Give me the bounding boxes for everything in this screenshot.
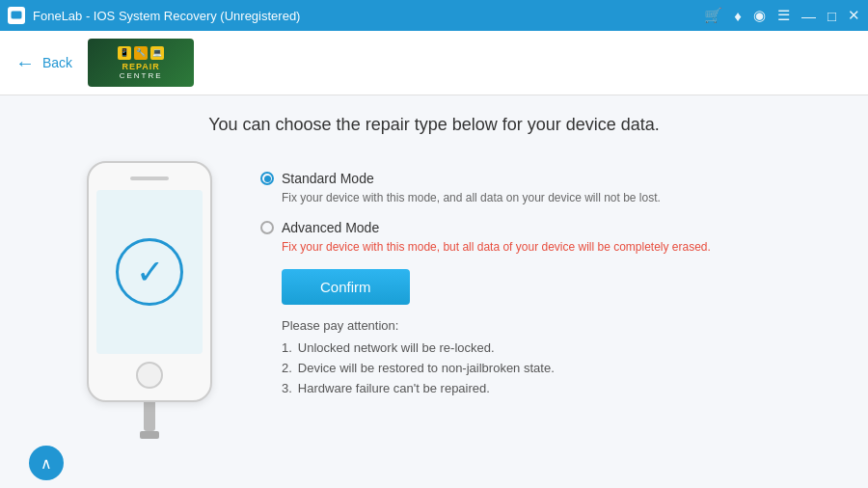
menu-icon[interactable]: ☰ xyxy=(777,7,790,24)
phone-speaker xyxy=(130,176,169,180)
title-bar: FoneLab - IOS System Recovery (Unregiste… xyxy=(0,0,868,31)
standard-mode-radio[interactable] xyxy=(260,172,274,185)
logo-box: 📱 🔧 💻 REPAIR CENTRE xyxy=(88,39,194,87)
app-icon xyxy=(8,7,25,24)
logo-icon-1: 📱 xyxy=(118,46,131,60)
attention-item-2: 2. Device will be restored to non-jailbr… xyxy=(282,361,839,375)
advanced-mode-radio-row[interactable]: Advanced Mode xyxy=(260,220,839,235)
attention-num-2: 2. xyxy=(282,361,292,375)
back-button[interactable]: Back xyxy=(42,55,72,70)
attention-list: 1. Unlocked network will be re-locked. 2… xyxy=(282,340,839,395)
attention-item-3: 3. Hardware failure can't be repaired. xyxy=(282,381,839,395)
content-area: ✓ Standard Mode Fix your device with thi… xyxy=(0,103,868,488)
advanced-mode-desc: Fix your device with this mode, but all … xyxy=(282,239,839,256)
phone-plug xyxy=(140,431,159,439)
attention-item-1: 1. Unlocked network will be re-locked. xyxy=(282,340,839,355)
check-circle-icon: ✓ xyxy=(116,238,183,306)
attention-num-3: 3. xyxy=(282,381,292,395)
phone-home-button xyxy=(136,362,163,389)
svg-rect-1 xyxy=(14,19,19,21)
cart-icon[interactable]: 🛒 xyxy=(704,7,722,24)
logo-area: 📱 🔧 💻 REPAIR CENTRE xyxy=(88,39,194,87)
advanced-mode-radio[interactable] xyxy=(260,221,274,234)
nav-bar: ← Back 📱 🔧 💻 REPAIR CENTRE xyxy=(0,31,868,95)
attention-text-1: Unlocked network will be re-locked. xyxy=(298,340,495,355)
attention-text-3: Hardware failure can't be repaired. xyxy=(298,381,490,395)
window-controls: 🛒 ♦ ◉ ☰ — □ ✕ xyxy=(704,7,860,24)
options-panel: Standard Mode Fix your device with this … xyxy=(251,171,839,469)
attention-text-2: Device will be restored to non-jailbroke… xyxy=(298,361,555,375)
standard-mode-radio-row[interactable]: Standard Mode xyxy=(260,171,839,186)
window-title: FoneLab - IOS System Recovery (Unregiste… xyxy=(33,9,300,23)
close-button[interactable]: ✕ xyxy=(848,7,860,24)
standard-mode-desc: Fix your device with this mode, and all … xyxy=(282,190,839,206)
content-wrapper: You can choose the repair type below for… xyxy=(0,95,868,488)
advanced-mode-label: Advanced Mode xyxy=(282,220,379,235)
advanced-mode-option: Advanced Mode Fix your device with this … xyxy=(260,220,839,256)
pin-icon[interactable]: ♦ xyxy=(734,8,742,24)
phone-body: ✓ xyxy=(87,161,212,402)
logo-repair-text: REPAIR xyxy=(122,62,159,71)
standard-mode-label: Standard Mode xyxy=(282,171,374,186)
logo-icon-2: 🔧 xyxy=(134,46,148,60)
phone-cable xyxy=(144,402,155,431)
logo-icon-3: 💻 xyxy=(150,46,164,60)
back-arrow-icon[interactable]: ← xyxy=(15,52,35,74)
attention-label: Please pay attention: xyxy=(282,318,839,333)
confirm-button[interactable]: Confirm xyxy=(282,269,410,305)
scroll-up-button[interactable]: ∧ xyxy=(29,446,64,480)
phone-illustration: ✓ xyxy=(87,161,212,469)
chat-icon[interactable]: ◉ xyxy=(753,7,766,24)
minimize-button[interactable]: — xyxy=(801,8,816,24)
attention-num-1: 1. xyxy=(282,340,292,355)
logo-centre-text: CENTRE xyxy=(120,71,163,80)
title-bar-left: FoneLab - IOS System Recovery (Unregiste… xyxy=(8,7,300,24)
restore-button[interactable]: □ xyxy=(827,8,836,24)
main-container: ← Back 📱 🔧 💻 REPAIR CENTRE You can choos… xyxy=(0,31,868,488)
svg-rect-0 xyxy=(11,11,22,19)
standard-mode-option: Standard Mode Fix your device with this … xyxy=(260,171,839,206)
phone-screen: ✓ xyxy=(96,190,203,354)
logo-icons: 📱 🔧 💻 xyxy=(118,46,164,60)
